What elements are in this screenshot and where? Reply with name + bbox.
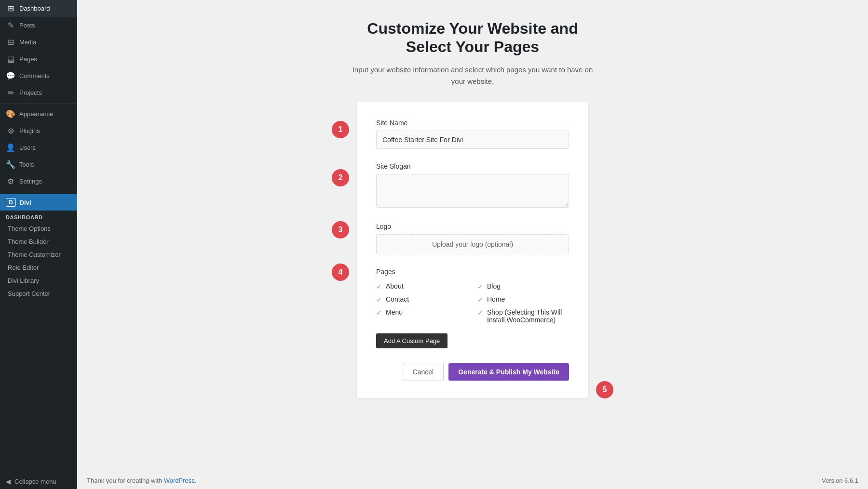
site-slogan-input[interactable]: [376, 174, 569, 208]
dashboard-icon: ⊞: [6, 4, 15, 13]
step-badge-4: 4: [332, 264, 349, 281]
sidebar-item-plugins[interactable]: ⊕ Plugins: [0, 122, 77, 139]
form-wrapper: 1 2 3 4 5: [357, 102, 588, 398]
site-name-label: Site Name: [376, 119, 569, 127]
sidebar-item-label: Appearance: [19, 110, 53, 118]
checkmark-about: ✓: [376, 283, 382, 291]
page-label-contact: Contact: [386, 295, 409, 303]
page-checkbox-shop[interactable]: ✓ Shop (Selecting This Will Install WooC…: [477, 308, 569, 324]
sidebar-item-label: Plugins: [19, 127, 40, 134]
footer: Thank you for creating with WordPress. V…: [77, 472, 868, 489]
sidebar-item-tools[interactable]: 🔧 Tools: [0, 156, 77, 173]
generate-publish-button[interactable]: Generate & Publish My Website: [448, 363, 569, 381]
add-custom-page-button[interactable]: Add A Custom Page: [376, 333, 448, 348]
sidebar-item-media[interactable]: ⊟ Media: [0, 34, 77, 51]
pages-section-label: Pages: [376, 268, 569, 276]
page-label-blog: Blog: [487, 282, 501, 290]
users-icon: 👤: [6, 143, 15, 152]
page-title: Customize Your Website and Select Your P…: [367, 19, 578, 56]
collapse-icon: ◀: [6, 478, 11, 485]
settings-icon: ⚙: [6, 177, 15, 186]
sidebar-item-theme-customizer[interactable]: Theme Customizer: [0, 248, 77, 261]
checkmark-contact: ✓: [376, 296, 382, 304]
sidebar-item-label: Settings: [19, 178, 42, 185]
sidebar-item-label: Pages: [19, 55, 37, 63]
comments-icon: 💬: [6, 71, 15, 80]
page-checkbox-contact[interactable]: ✓ Contact: [376, 295, 468, 304]
action-row: Cancel Generate & Publish My Website: [376, 363, 569, 381]
page-label-shop: Shop (Selecting This Will Install WooCom…: [487, 308, 569, 324]
main-content: Customize Your Website and Select Your P…: [77, 0, 868, 489]
media-icon: ⊟: [6, 38, 15, 47]
sidebar-item-theme-builder[interactable]: Theme Builder: [0, 235, 77, 248]
checkmark-blog: ✓: [477, 283, 483, 291]
sidebar-item-role-editor[interactable]: Role Editor: [0, 261, 77, 274]
page-checkbox-menu[interactable]: ✓ Menu: [376, 308, 468, 324]
step-badge-1: 1: [332, 121, 349, 138]
form-card: Site Name Site Slogan Logo Upload your l…: [357, 102, 588, 398]
page-checkbox-blog[interactable]: ✓ Blog: [477, 282, 569, 291]
checkmark-home: ✓: [477, 296, 483, 304]
page-subtitle: Input your website information and selec…: [352, 64, 593, 87]
sidebar-item-pages[interactable]: ▤ Pages: [0, 51, 77, 67]
sidebar-divider-2: [0, 192, 77, 192]
footer-version: Version 6.6.1: [822, 477, 858, 484]
wordpress-link[interactable]: WordPress: [164, 477, 195, 484]
page-label-menu: Menu: [386, 308, 403, 316]
site-name-section: Site Name: [376, 119, 569, 149]
logo-label: Logo: [376, 223, 569, 230]
page-checkbox-home[interactable]: ✓ Home: [477, 295, 569, 304]
tools-icon: 🔧: [6, 160, 15, 169]
sidebar: ⊞ Dashboard ✎ Posts ⊟ Media ▤ Pages 💬 Co…: [0, 0, 77, 489]
sidebar-divider: [0, 103, 77, 104]
page-checkbox-about[interactable]: ✓ About: [376, 282, 468, 291]
sidebar-item-label: Posts: [19, 22, 35, 29]
divi-logo: D: [6, 198, 16, 207]
sidebar-item-theme-options[interactable]: Theme Options: [0, 222, 77, 235]
checkmark-shop: ✓: [477, 309, 483, 317]
site-name-input[interactable]: [376, 131, 569, 149]
pages-icon: ▤: [6, 54, 15, 64]
sidebar-item-users[interactable]: 👤 Users: [0, 139, 77, 156]
sidebar-item-support-center[interactable]: Support Center: [0, 287, 77, 300]
appearance-icon: 🎨: [6, 109, 15, 119]
sidebar-item-divi-library[interactable]: Divi Library: [0, 274, 77, 287]
pages-section: Pages ✓ About ✓ Blog ✓ Contact: [376, 268, 569, 348]
divi-menu-header[interactable]: D Divi: [0, 194, 77, 211]
logo-section: Logo Upload your logo (optional): [376, 223, 569, 254]
sidebar-item-label: Users: [19, 144, 36, 151]
sidebar-item-label: Projects: [19, 89, 42, 96]
sidebar-item-label: Media: [19, 39, 36, 46]
plugins-icon: ⊕: [6, 126, 15, 135]
collapse-menu-button[interactable]: ◀ Collapse menu: [0, 474, 77, 489]
sidebar-item-appearance[interactable]: 🎨 Appearance: [0, 106, 77, 122]
page-label-about: About: [386, 282, 404, 290]
sidebar-item-comments[interactable]: 💬 Comments: [0, 67, 77, 84]
sidebar-item-posts[interactable]: ✎ Posts: [0, 17, 77, 34]
sidebar-item-label: Comments: [19, 72, 50, 79]
sidebar-item-label: Dashboard: [19, 5, 50, 12]
checkmark-menu: ✓: [376, 309, 382, 317]
cancel-button[interactable]: Cancel: [403, 363, 444, 381]
footer-thank-you: Thank you for creating with WordPress.: [87, 477, 196, 484]
step-badge-3: 3: [332, 221, 349, 238]
sidebar-item-projects[interactable]: ✏ Projects: [0, 84, 77, 101]
projects-icon: ✏: [6, 88, 15, 97]
step-badge-5: 5: [596, 381, 613, 398]
pages-grid: ✓ About ✓ Blog ✓ Contact ✓: [376, 282, 569, 324]
site-slogan-label: Site Slogan: [376, 162, 569, 170]
sidebar-item-settings[interactable]: ⚙ Settings: [0, 173, 77, 190]
page-label-home: Home: [487, 295, 505, 303]
site-slogan-section: Site Slogan: [376, 162, 569, 209]
step-badge-2: 2: [332, 169, 349, 186]
sidebar-item-label: Tools: [19, 161, 34, 168]
posts-icon: ✎: [6, 21, 15, 30]
upload-logo-button[interactable]: Upload your logo (optional): [376, 234, 569, 254]
sidebar-item-dashboard[interactable]: ⊞ Dashboard: [0, 0, 77, 17]
divi-dashboard-label: Dashboard: [0, 211, 77, 222]
divi-label: Divi: [20, 199, 31, 206]
